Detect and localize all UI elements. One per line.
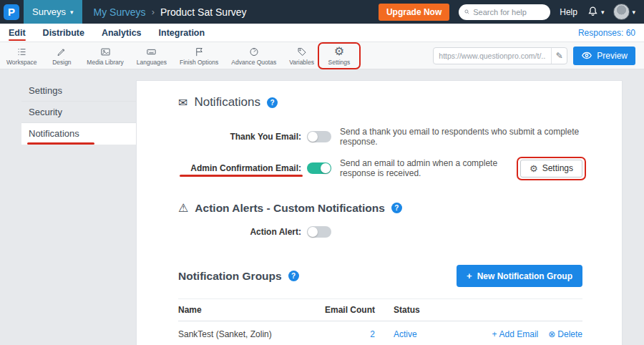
tab-label: Analytics xyxy=(102,28,142,38)
action-alert-label: Action Alert: xyxy=(178,227,301,237)
warning-icon: ⚠ xyxy=(178,201,188,215)
new-notification-group-button[interactable]: + New Notification Group xyxy=(457,265,582,287)
header-actions xyxy=(457,299,582,321)
responses-count[interactable]: Responses: 60 xyxy=(578,28,635,38)
preview-button[interactable]: Preview xyxy=(573,47,635,65)
table-row: SankTest (Sanket, Zolin) 2 Active +Add E… xyxy=(178,321,582,345)
survey-nav-bar: Edit Distribute Analytics Integration Re… xyxy=(0,24,644,42)
status-cell: Active xyxy=(375,321,457,345)
toolbar-item-workspace[interactable]: Workspace xyxy=(0,44,43,67)
settings-button-label: Settings xyxy=(542,163,573,173)
annotation-edit-underline xyxy=(9,39,26,42)
questionpro-app: P Surveys ▾ My Surveys › Product Sat Sur… xyxy=(0,0,644,345)
section-title: Action Alerts - Custom Notifications xyxy=(195,202,385,215)
notification-groups-title-wrap: Notification Groups ? xyxy=(178,270,299,283)
help-icon[interactable]: ? xyxy=(267,97,278,108)
edit-url-pencil-icon[interactable]: ✎ xyxy=(551,48,567,64)
delete-circle-icon: ⊗ xyxy=(548,329,555,339)
action-alerts-section-header: ⚠ Action Alerts - Custom Notifications ? xyxy=(178,201,582,215)
help-icon[interactable]: ? xyxy=(391,203,402,213)
breadcrumb-my-surveys[interactable]: My Surveys xyxy=(94,6,146,18)
questionpro-logo[interactable]: P xyxy=(4,4,19,20)
workspace-icon xyxy=(16,46,28,58)
notification-groups-table: Name Email Count Status SankTest (Sanket… xyxy=(178,298,582,345)
upgrade-now-button[interactable]: Upgrade Now xyxy=(379,4,449,21)
surveys-menu-button[interactable]: Surveys ▾ xyxy=(24,0,82,24)
tab-edit[interactable]: Edit xyxy=(9,24,26,42)
row-actions: +Add Email ⊗Delete xyxy=(457,329,582,339)
plus-icon: + xyxy=(492,329,497,339)
sidebar-item-security[interactable]: Security xyxy=(21,102,136,123)
admin-confirmation-email-label: Admin Confirmation Email: xyxy=(178,163,301,173)
tab-analytics[interactable]: Analytics xyxy=(102,24,142,42)
admin-email-settings-button[interactable]: ⚙ Settings xyxy=(520,160,582,178)
notifications-section-header: ✉ Notifications ? xyxy=(178,95,582,110)
annotation-admin-email-underline xyxy=(180,175,303,177)
table-header-row: Name Email Count Status xyxy=(178,299,582,321)
thank-you-email-row: Thank You Email: Send a thank you email … xyxy=(178,127,582,147)
email-count-cell: 2 xyxy=(307,321,375,345)
breadcrumb-current-survey: Product Sat Survey xyxy=(160,6,247,18)
sidebar-item-label: Notifications xyxy=(29,128,79,139)
thank-you-email-toggle[interactable] xyxy=(307,131,331,142)
help-search-box[interactable] xyxy=(459,4,550,20)
main-area: Settings Security Notifications ✉ Notifi… xyxy=(0,69,644,345)
chevron-down-icon: ▾ xyxy=(601,9,605,16)
toolbar-item-label: Settings xyxy=(328,59,351,66)
annotation-notifications-underline xyxy=(27,142,94,145)
media-library-icon xyxy=(99,46,112,58)
delete-link[interactable]: ⊗Delete xyxy=(548,329,582,339)
preview-label: Preview xyxy=(597,51,628,61)
add-email-link[interactable]: +Add Email xyxy=(492,329,539,339)
thank-you-email-description: Send a thank you email to respondents wh… xyxy=(340,127,582,147)
finish-options-icon xyxy=(194,46,205,58)
toolbar-item-label: Media Library xyxy=(87,59,124,66)
group-name-cell: SankTest (Sanket, Zolin) xyxy=(178,321,307,345)
help-icon[interactable]: ? xyxy=(288,271,299,281)
help-link[interactable]: Help xyxy=(560,7,577,17)
toolbar-item-label: Finish Options xyxy=(180,59,218,66)
survey-tabs: Edit Distribute Analytics Integration xyxy=(9,24,205,42)
advance-quotas-icon xyxy=(248,46,260,58)
toolbar-item-design[interactable]: Design xyxy=(43,44,80,67)
toolbar-item-label: Languages xyxy=(137,59,167,66)
add-email-label: Add Email xyxy=(499,329,539,339)
tab-distribute[interactable]: Distribute xyxy=(43,24,84,42)
chevron-down-icon: ▾ xyxy=(632,9,635,16)
help-search-input[interactable] xyxy=(473,8,545,16)
sidebar-item-notifications[interactable]: Notifications xyxy=(21,123,136,145)
section-title: Notifications xyxy=(194,95,260,110)
settings-sidebar: Settings Security Notifications xyxy=(21,80,136,145)
row-actions-cell: +Add Email ⊗Delete xyxy=(457,321,582,345)
toggle-knob xyxy=(308,227,318,237)
action-alert-toggle[interactable] xyxy=(307,226,331,238)
toolbar-item-advance-quotas[interactable]: Advance Quotas xyxy=(225,44,283,67)
header-name: Name xyxy=(178,299,307,321)
admin-confirmation-email-toggle[interactable] xyxy=(307,162,331,174)
toggle-knob xyxy=(308,132,318,142)
edit-toolbar: Workspace Design Media Library Languages… xyxy=(0,42,644,69)
toggle-knob xyxy=(321,163,331,173)
label-text: Admin Confirmation Email: xyxy=(190,163,301,173)
email-count-link[interactable]: 2 xyxy=(370,329,375,339)
notification-groups-header: Notification Groups ? + New Notification… xyxy=(178,265,582,287)
design-icon xyxy=(56,46,67,58)
variables-icon xyxy=(296,46,308,58)
tab-label: Distribute xyxy=(43,28,84,38)
tab-integration[interactable]: Integration xyxy=(159,24,205,42)
toolbar-item-finish-options[interactable]: Finish Options xyxy=(173,44,225,67)
search-icon xyxy=(464,7,469,16)
toolbar-item-settings[interactable]: ⚙ Settings xyxy=(321,44,358,67)
survey-url-input[interactable] xyxy=(434,52,551,60)
account-menu-button[interactable]: ▾ xyxy=(613,4,635,20)
envelope-icon: ✉ xyxy=(178,96,187,110)
breadcrumb: My Surveys › Product Sat Survey xyxy=(94,6,247,18)
toolbar-item-languages[interactable]: Languages xyxy=(130,44,173,67)
toolbar-right-group: ✎ Preview xyxy=(433,47,635,65)
tab-label: Integration xyxy=(159,28,205,38)
toolbar-item-variables[interactable]: Variables xyxy=(283,44,321,67)
sidebar-item-settings[interactable]: Settings xyxy=(21,80,136,102)
notifications-bell-button[interactable]: ▾ xyxy=(587,6,605,18)
admin-confirmation-email-description: Send an email to admin when a complete r… xyxy=(340,158,520,178)
toolbar-item-media-library[interactable]: Media Library xyxy=(80,44,130,67)
